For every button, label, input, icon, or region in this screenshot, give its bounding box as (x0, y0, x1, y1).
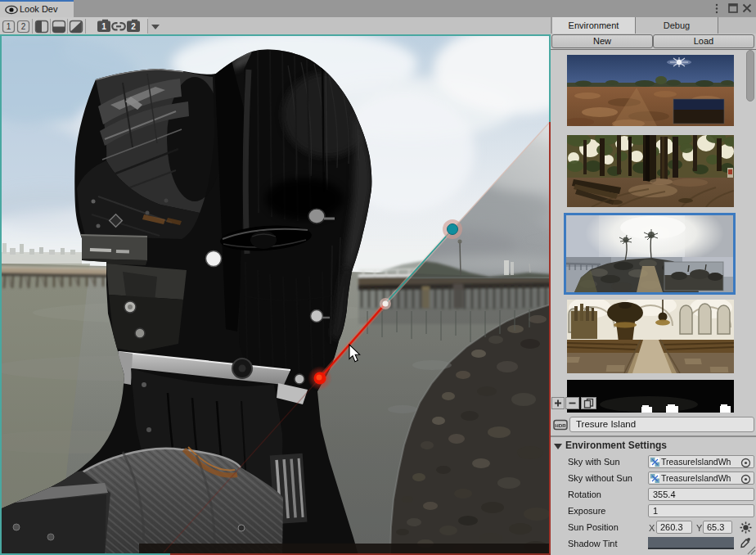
svg-text:HDR: HDR (555, 422, 566, 428)
svg-text:2: 2 (131, 22, 136, 31)
svg-text:1: 1 (101, 22, 106, 31)
svg-text:1: 1 (7, 22, 11, 31)
svg-text:2: 2 (21, 22, 26, 31)
